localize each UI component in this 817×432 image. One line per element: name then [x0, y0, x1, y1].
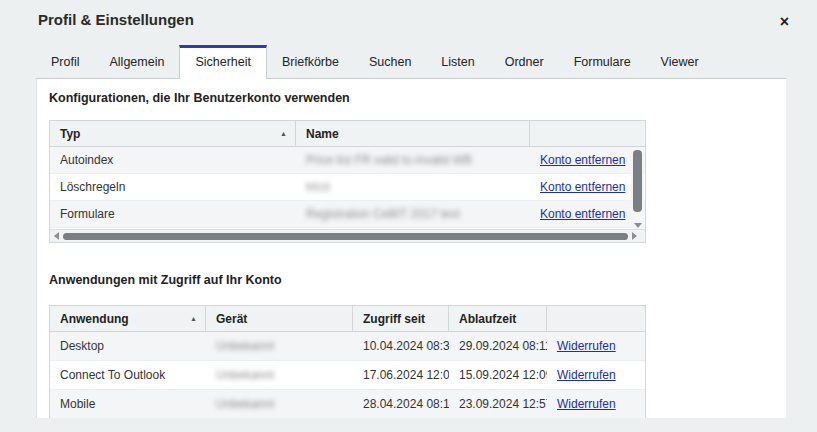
- remove-account-link[interactable]: Konto entfernen: [540, 153, 625, 167]
- remove-account-link[interactable]: Konto entfernen: [540, 207, 625, 221]
- tab-allgemein[interactable]: Allgemein: [94, 45, 179, 78]
- vertical-scrollbar[interactable]: [631, 148, 644, 230]
- close-icon[interactable]: ×: [780, 14, 789, 30]
- access-since-cell: 28.04.2024 08:14: [353, 397, 449, 411]
- configs-table: Typ ▲ Name Autoindex Price list FR valid…: [49, 120, 646, 243]
- configs-section-heading: Konfigurationen, die Ihr Benutzerkonto v…: [49, 91, 350, 105]
- profile-settings-dialog: { "dialog": { "title": "Profil & Einstel…: [0, 0, 817, 432]
- app-name-cell: Connect To Outlook: [50, 368, 206, 382]
- sort-ascending-icon[interactable]: ▲: [190, 315, 197, 322]
- horizontal-scrollbar[interactable]: [50, 229, 645, 242]
- config-type-cell: Löschregeln: [50, 180, 296, 194]
- tab-ordner[interactable]: Ordner: [490, 45, 559, 78]
- revoke-link[interactable]: Widerrufen: [557, 339, 616, 353]
- apps-table: Anwendung ▲ Gerät Zugriff seit Ablaufzei…: [49, 305, 646, 418]
- config-name-cell-redacted: trtrzt: [296, 180, 530, 194]
- device-cell-redacted: Unbekannt: [206, 397, 353, 411]
- sort-ascending-icon[interactable]: ▲: [280, 130, 287, 137]
- tab-formulare[interactable]: Formulare: [559, 45, 646, 78]
- vertical-scrollbar-thumb[interactable]: [633, 150, 642, 212]
- device-cell-redacted: Unbekannt: [206, 368, 353, 382]
- column-header-ablaufzeit[interactable]: Ablaufzeit: [449, 306, 547, 331]
- config-type-cell: Autoindex: [50, 153, 296, 167]
- tab-briefkoerbe[interactable]: Briefkörbe: [267, 45, 354, 78]
- column-header-name[interactable]: Name: [296, 121, 530, 146]
- column-header-typ[interactable]: Typ ▲: [50, 121, 296, 146]
- table-row: Autoindex Price list FR valid to invalid…: [50, 147, 645, 174]
- table-row: Connect To Outlook Unbekannt 17.06.2024 …: [50, 361, 645, 390]
- expiry-cell: 29.09.2024 08:11: [449, 339, 547, 353]
- scroll-right-icon[interactable]: [632, 232, 637, 240]
- revoke-link[interactable]: Widerrufen: [557, 397, 616, 411]
- app-name-cell: Desktop: [50, 339, 206, 353]
- table-row: Mobile Unbekannt 28.04.2024 08:14 23.09.…: [50, 390, 645, 418]
- table-row: Löschregeln trtrzt Konto entfernen: [50, 174, 645, 201]
- access-since-cell: 10.04.2024 08:39: [353, 339, 449, 353]
- config-name-cell-redacted: Price list FR valid to invalid WB: [296, 153, 530, 167]
- expiry-cell: 23.09.2024 12:57: [449, 397, 547, 411]
- table-row: Desktop Unbekannt 10.04.2024 08:39 29.09…: [50, 332, 645, 361]
- tab-viewer[interactable]: Viewer: [646, 45, 714, 78]
- expiry-cell: 15.09.2024 12:09: [449, 368, 547, 382]
- scroll-down-icon[interactable]: [634, 223, 642, 228]
- settings-tabbar: Profil Allgemein Sicherheit Briefkörbe S…: [36, 45, 786, 79]
- table-row: Formulare Registration CeBIT 2017 test K…: [50, 201, 645, 228]
- page-title: Profil & Einstellungen: [38, 11, 194, 28]
- app-name-cell: Mobile: [50, 397, 206, 411]
- remove-account-link[interactable]: Konto entfernen: [540, 180, 625, 194]
- configs-table-header: Typ ▲ Name: [50, 121, 645, 147]
- scroll-left-icon[interactable]: [54, 232, 59, 240]
- horizontal-scrollbar-thumb[interactable]: [63, 233, 628, 240]
- column-header-actions: [547, 306, 645, 331]
- revoke-link[interactable]: Widerrufen: [557, 368, 616, 382]
- tab-listen[interactable]: Listen: [426, 45, 489, 78]
- config-type-cell: Formulare: [50, 207, 296, 221]
- device-cell-redacted: Unbekannt: [206, 339, 353, 353]
- tab-content-security: Konfigurationen, die Ihr Benutzerkonto v…: [36, 79, 786, 418]
- tab-sicherheit[interactable]: Sicherheit: [179, 45, 267, 79]
- column-header-zugriff-seit[interactable]: Zugriff seit: [353, 306, 449, 331]
- column-header-actions: [530, 121, 645, 146]
- config-name-cell-redacted: Registration CeBIT 2017 test: [296, 207, 530, 221]
- tab-suchen[interactable]: Suchen: [354, 45, 426, 78]
- column-header-geraet[interactable]: Gerät: [206, 306, 353, 331]
- access-since-cell: 17.06.2024 12:09: [353, 368, 449, 382]
- apps-section-heading: Anwendungen mit Zugriff auf Ihr Konto: [49, 273, 282, 287]
- apps-table-header: Anwendung ▲ Gerät Zugriff seit Ablaufzei…: [50, 306, 645, 332]
- column-header-anwendung[interactable]: Anwendung ▲: [50, 306, 206, 331]
- tab-profil[interactable]: Profil: [36, 45, 94, 78]
